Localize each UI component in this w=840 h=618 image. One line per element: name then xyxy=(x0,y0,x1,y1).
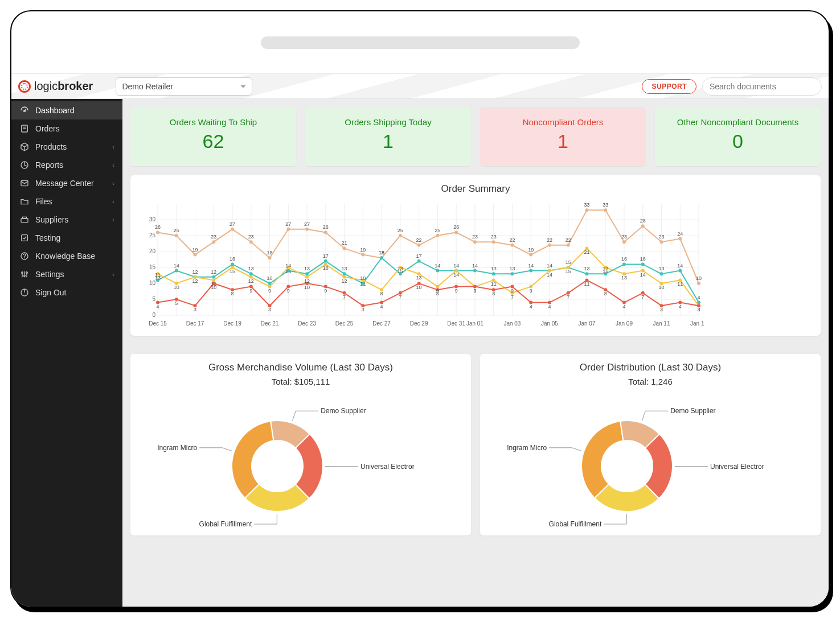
sidebar-item-knowledge-base[interactable]: Knowledge Base xyxy=(11,247,122,265)
svg-text:12: 12 xyxy=(192,278,198,284)
svg-point-126 xyxy=(659,272,663,275)
svg-text:14: 14 xyxy=(528,263,534,269)
sidebar-item-label: Settings xyxy=(35,270,106,279)
svg-point-107 xyxy=(305,272,309,275)
company-selector-value: Demo Retailer xyxy=(122,82,173,91)
svg-point-0 xyxy=(814,86,814,86)
svg-text:30: 30 xyxy=(149,216,156,223)
svg-text:19: 19 xyxy=(360,247,366,253)
settings-icon xyxy=(19,270,30,279)
svg-text:7: 7 xyxy=(511,294,514,300)
svg-point-119 xyxy=(529,269,532,273)
sidebar-item-orders[interactable]: Orders xyxy=(11,120,122,138)
svg-text:21: 21 xyxy=(584,249,589,255)
svg-text:12: 12 xyxy=(304,278,310,284)
svg-text:16: 16 xyxy=(323,265,329,271)
svg-text:14: 14 xyxy=(640,272,646,278)
summary-card[interactable]: Orders Waiting To Ship62 xyxy=(130,107,296,166)
svg-text:23: 23 xyxy=(248,234,254,240)
svg-text:13: 13 xyxy=(416,275,422,281)
sidebar-item-reports[interactable]: Reports‹ xyxy=(11,156,122,174)
svg-point-20 xyxy=(26,272,28,274)
svg-point-83 xyxy=(417,244,421,247)
svg-text:Jan 07: Jan 07 xyxy=(578,320,595,327)
sidebar-item-products[interactable]: Products‹ xyxy=(11,138,122,156)
search-input[interactable] xyxy=(710,82,809,91)
sidebar-item-dashboard[interactable]: Dashboard xyxy=(11,101,122,120)
summary-card[interactable]: Orders Shipping Today1 xyxy=(305,107,471,166)
svg-point-118 xyxy=(510,272,514,275)
svg-point-98 xyxy=(697,282,700,285)
sidebar-item-files[interactable]: Files‹ xyxy=(11,192,122,211)
sidebar-item-testing[interactable]: Testing xyxy=(11,229,122,247)
device-frame: logicbroker Demo Retailer SUPPORT Dashbo… xyxy=(0,0,840,618)
svg-text:14: 14 xyxy=(547,263,552,269)
svg-text:16: 16 xyxy=(640,256,646,262)
svg-point-87 xyxy=(492,240,495,244)
sidebar-item-suppliers[interactable]: Suppliers‹ xyxy=(11,211,122,229)
svg-point-96 xyxy=(659,240,663,244)
sidebar-item-label: Products xyxy=(35,142,106,151)
svg-text:4: 4 xyxy=(530,304,532,310)
summary-cards: Orders Waiting To Ship62Orders Shipping … xyxy=(130,107,821,166)
svg-text:Global Fulfillment: Global Fulfillment xyxy=(199,520,252,528)
svg-text:14: 14 xyxy=(285,263,291,269)
svg-point-77 xyxy=(305,228,309,231)
svg-text:21: 21 xyxy=(342,240,347,246)
order-summary-panel: Order Summary 05101520253026251923272318… xyxy=(130,175,821,336)
svg-text:7: 7 xyxy=(399,294,401,300)
company-selector[interactable]: Demo Retailer xyxy=(116,77,252,96)
svg-text:12: 12 xyxy=(211,269,216,275)
svg-text:3: 3 xyxy=(697,307,700,312)
svg-text:25: 25 xyxy=(149,232,156,238)
svg-text:15: 15 xyxy=(149,264,156,270)
browser-chrome xyxy=(11,11,829,74)
svg-text:15: 15 xyxy=(566,259,571,265)
svg-point-70 xyxy=(175,234,178,237)
svg-text:3: 3 xyxy=(268,307,271,312)
svg-text:23: 23 xyxy=(491,234,497,240)
svg-text:Jan 09: Jan 09 xyxy=(616,320,633,327)
svg-point-93 xyxy=(604,208,607,212)
summary-card[interactable]: Noncompliant Orders1 xyxy=(480,107,646,166)
svg-text:10: 10 xyxy=(696,275,702,281)
svg-text:3: 3 xyxy=(362,307,364,312)
chevron-left-icon: ‹ xyxy=(112,180,114,187)
svg-text:13: 13 xyxy=(342,266,347,271)
svg-text:4: 4 xyxy=(548,304,551,310)
svg-point-127 xyxy=(678,269,682,273)
svg-text:5: 5 xyxy=(152,296,155,302)
search-wrap[interactable] xyxy=(702,77,822,96)
brand-logo[interactable]: logicbroker xyxy=(18,80,93,93)
sidebar-item-label: Testing xyxy=(35,233,114,242)
gmv-panel: Gross Merchandise Volume (Last 30 Days) … xyxy=(130,354,471,535)
svg-text:9: 9 xyxy=(324,288,327,294)
knowledge-icon xyxy=(19,252,30,261)
summary-card[interactable]: Other Noncompliant Documents0 xyxy=(655,107,821,166)
svg-point-89 xyxy=(529,253,532,257)
topbar: logicbroker Demo Retailer SUPPORT xyxy=(11,74,829,99)
svg-text:3: 3 xyxy=(660,307,663,312)
sidebar-item-settings[interactable]: Settings‹ xyxy=(11,265,122,283)
sidebar-item-sign-out[interactable]: Sign Out xyxy=(11,283,122,302)
support-button[interactable]: SUPPORT xyxy=(642,79,696,94)
url-bar[interactable] xyxy=(261,36,580,49)
dist-title: Order Distribution (Last 30 Days) xyxy=(490,362,810,373)
svg-text:8: 8 xyxy=(492,291,495,296)
sidebar-item-label: Reports xyxy=(35,160,106,170)
sidebar-item-message-center[interactable]: Message Center‹ xyxy=(11,174,122,192)
suppliers-icon xyxy=(19,215,30,224)
svg-text:Dec 17: Dec 17 xyxy=(186,320,204,327)
svg-text:Jan 11: Jan 11 xyxy=(653,320,670,327)
svg-text:4: 4 xyxy=(380,304,383,310)
sidebar-item-label: Files xyxy=(35,197,106,206)
svg-text:4: 4 xyxy=(622,304,625,310)
orders-icon xyxy=(19,124,30,133)
svg-text:33: 33 xyxy=(584,202,589,208)
svg-text:13: 13 xyxy=(621,275,627,281)
reports-icon xyxy=(19,160,30,170)
card-value: 1 xyxy=(486,130,640,153)
svg-point-78 xyxy=(324,230,327,234)
app-root: logicbroker Demo Retailer SUPPORT Dashbo… xyxy=(11,74,829,607)
svg-text:33: 33 xyxy=(603,202,608,208)
